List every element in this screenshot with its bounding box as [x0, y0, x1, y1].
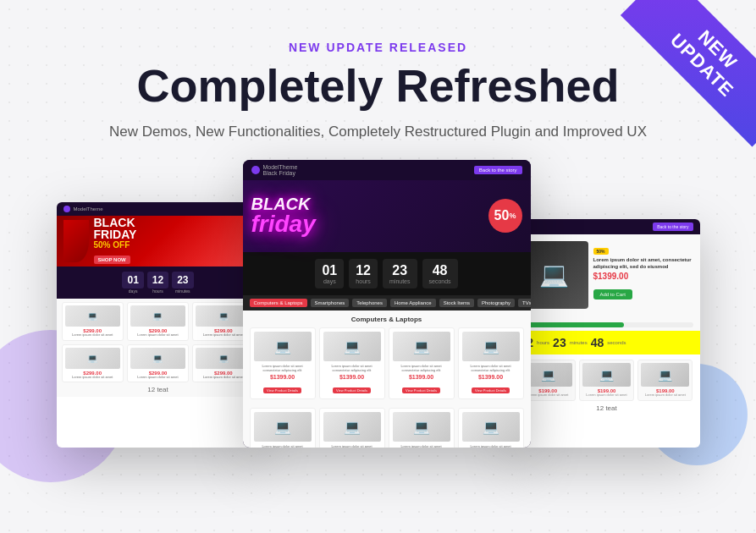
view-product-btn[interactable]: View Product Details — [333, 387, 371, 393]
right-countdown: 12 hours 23 minutes 48 seconds — [514, 331, 700, 354]
nav-item[interactable]: Smartphones — [311, 299, 350, 307]
mockup-right: Back to the story 💻 50% Lorem ipsum dolo… — [514, 219, 700, 448]
center-products-2: 💻 Lorem ipsum dolor sit amet consectetur… — [243, 404, 531, 448]
progress-bar-fill — [521, 322, 624, 327]
right-product-hero: 💻 50% Lorem ipsum dolor sit amet, consec… — [514, 234, 700, 319]
left-product-grid: 💻 $299.00 Lorem ipsum dolor sit amet 💻 $… — [57, 299, 260, 398]
right-product-grid: 💻 $199.00 Lorem ipsum dolor sit amet 💻 $… — [514, 354, 700, 417]
center-nav: Computers & Laptops Smartphones Telephon… — [243, 295, 531, 310]
product-img: 💻 — [393, 412, 450, 442]
left-countdown: 01 days 12 hours 23 minutes — [57, 266, 260, 299]
right-product-price: $1399.00 — [593, 272, 693, 281]
product-img: 💻 — [130, 348, 185, 369]
right-product-title: Lorem ipsum dolor sit amet, consectetur … — [593, 257, 693, 271]
view-product-btn[interactable]: View Product Details — [402, 387, 440, 393]
center-hours: 12 hours — [349, 259, 378, 288]
right-laptop-img: 💻 — [521, 241, 588, 309]
product-img: 💻 — [524, 363, 572, 387]
product-card: 💻 Lorem ipsum dolor sit amet consectetur… — [319, 408, 385, 448]
product-card: 💻 Lorem ipsum dolor sit amet consectetur… — [458, 327, 524, 399]
left-logo-text: ModelTheme — [74, 206, 103, 212]
product-card: 💻 Lorem ipsum dolor sit amet consectetur… — [458, 408, 524, 448]
center-days: 01 days — [315, 259, 344, 288]
mockup-center: ModelThemeBlack Friday Back to the story… — [243, 160, 531, 448]
right-product-row-1: 💻 $199.00 Lorem ipsum dolor sit amet 💻 $… — [521, 360, 693, 401]
right-teat-label: 12 teat — [521, 404, 693, 412]
product-card: 💻 Lorem ipsum dolor sit amet consectetur… — [389, 327, 455, 399]
product-img: 💻 — [130, 305, 185, 327]
bf-neon-friday: friday — [251, 212, 316, 236]
product-img: 💻 — [323, 412, 381, 442]
right-product-info: 50% Lorem ipsum dolor sit amet, consecte… — [593, 241, 693, 312]
center-product-grid-2: 💻 Lorem ipsum dolor sit amet consectetur… — [250, 408, 524, 448]
center-logo-text: ModelThemeBlack Friday — [263, 164, 298, 176]
right-back-btn[interactable]: Back to the story — [653, 223, 693, 231]
right-progress — [514, 319, 700, 331]
product-card: 💻 Lorem ipsum dolor sit amet consectetur… — [319, 327, 385, 399]
product-row-2: 💻 $299.00 Lorem ipsum dolor sit amet 💻 $… — [62, 344, 255, 383]
product-row-1: 💻 $299.00 Lorem ipsum dolor sit amet 💻 $… — [62, 302, 255, 341]
nav-item[interactable]: Photography — [477, 299, 515, 307]
ribbon-text: NEW UPDATE — [621, 0, 756, 146]
product-card: 💻 Lorem ipsum dolor sit amet consectetur… — [389, 408, 455, 448]
bf-neon-block: BLACK friday — [251, 195, 316, 236]
product-card: 💻 $199.00 Lorem ipsum dolor sit amet — [637, 360, 693, 401]
bf-fold — [63, 220, 89, 262]
product-card: 💻 $299.00 Lorem ipsum dolor sit amet — [62, 344, 124, 383]
product-img: 💻 — [462, 332, 520, 361]
product-card: 💻 $299.00 Lorem ipsum dolor sit amet — [127, 344, 189, 383]
black-friday-banner: BLACKFRIDAY 50% OFF SHOP NOW — [57, 216, 260, 266]
bf-text-block: BLACKFRIDAY 50% OFF SHOP NOW — [94, 217, 253, 265]
left-teat-label: 12 teat — [62, 386, 255, 393]
center-minutes: 23 minutes — [383, 259, 417, 288]
nav-item[interactable]: Telephones — [352, 299, 387, 307]
center-seconds: 48 seconds — [422, 259, 458, 288]
product-img: 💻 — [65, 348, 120, 369]
center-back-btn[interactable]: Back to the story — [474, 166, 522, 174]
nav-item[interactable]: Stock Items — [439, 299, 474, 307]
product-card: 💻 Lorem ipsum dolor sit amet consectetur… — [250, 327, 316, 399]
section-title: Computers & Laptops — [250, 316, 524, 323]
ribbon-badge: NEW UPDATE — [595, 0, 756, 161]
product-img: 💻 — [65, 305, 120, 327]
mockup-left: ModelTheme BLACKFRIDAY 50% OFF SHOP NOW … — [57, 202, 260, 448]
add-to-cart-btn[interactable]: Add to Cart — [593, 289, 632, 299]
bf-title: BLACKFRIDAY — [94, 217, 253, 240]
bf-shop-btn: SHOP NOW — [94, 256, 130, 264]
center-products: Computers & Laptops 💻 Lorem ipsum dolor … — [243, 310, 531, 404]
center-logo: ModelThemeBlack Friday — [251, 164, 298, 176]
nav-item[interactable]: Home Appliance — [390, 299, 436, 307]
center-hero: BLACK friday 50 % — [243, 180, 531, 252]
nav-item[interactable]: Computers & Laptops — [250, 299, 307, 307]
count-days: 01 days — [122, 272, 143, 294]
center-product-grid: 💻 Lorem ipsum dolor sit amet consectetur… — [250, 327, 524, 399]
center-logo-dot — [251, 166, 260, 174]
logo-dot — [63, 206, 70, 212]
product-card: 💻 $299.00 Lorem ipsum dolor sit amet — [62, 302, 124, 341]
center-topbar: ModelThemeBlack Friday Back to the story — [243, 160, 531, 180]
count-minutes: 23 minutes — [172, 272, 193, 294]
product-card: 💻 $299.00 Lorem ipsum dolor sit amet — [127, 302, 189, 341]
product-img: 💻 — [582, 363, 631, 387]
product-img: 💻 — [393, 332, 450, 361]
product-card: 💻 Lorem ipsum dolor sit amet consectetur… — [250, 408, 316, 448]
product-img: 💻 — [462, 412, 520, 442]
discount-badge: 50% — [593, 248, 609, 255]
nav-item[interactable]: TVs — [518, 299, 531, 307]
view-product-btn[interactable]: View Product Details — [472, 387, 510, 393]
product-img: 💻 — [641, 363, 689, 387]
product-img: 💻 — [254, 412, 312, 442]
center-countdown: 01 days 12 hours 23 minutes 48 seconds — [243, 252, 531, 295]
product-img: 💻 — [254, 332, 312, 361]
screenshots-container: ModelTheme BLACKFRIDAY 50% OFF SHOP NOW … — [0, 160, 756, 448]
bf-discount-badge: 50 % — [488, 199, 522, 233]
progress-bar-bg — [521, 322, 693, 327]
bf-subtitle: 50% OFF — [94, 240, 253, 250]
right-topbar: Back to the story — [514, 219, 700, 234]
product-img: 💻 — [323, 332, 381, 361]
product-card: 💻 $199.00 Lorem ipsum dolor sit amet — [579, 360, 634, 401]
count-hours: 12 hours — [147, 272, 168, 294]
left-topbar: ModelTheme — [57, 202, 260, 216]
view-product-btn[interactable]: View Product Details — [263, 387, 301, 393]
